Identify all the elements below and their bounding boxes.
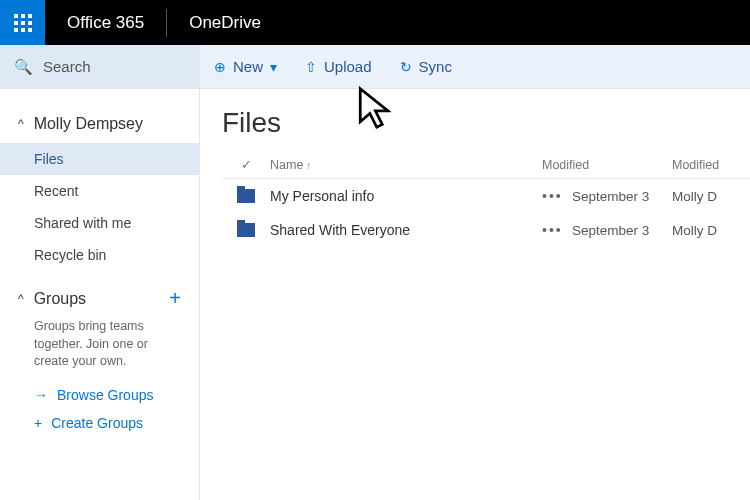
- main-content: Files ✓ Name↑ Modified Modified My Perso…: [200, 89, 750, 500]
- global-header: Office 365 OneDrive: [0, 0, 750, 45]
- new-button[interactable]: ⊕ New ▾: [214, 58, 277, 75]
- new-label: New: [233, 58, 263, 75]
- item-modified: September 3: [572, 223, 672, 238]
- table-row[interactable]: Shared With Everyone ••• September 3 Mol…: [222, 213, 750, 247]
- search-placeholder: Search: [43, 58, 91, 75]
- table-row[interactable]: My Personal info ••• September 3 Molly D: [222, 179, 750, 213]
- item-menu-button[interactable]: •••: [542, 222, 572, 238]
- column-modified[interactable]: Modified: [542, 158, 672, 172]
- folder-icon: [237, 223, 255, 237]
- action-bar: 🔍 Search ⊕ New ▾ ⇧ Upload ↻ Sync: [0, 45, 750, 89]
- column-name[interactable]: Name↑: [270, 158, 542, 172]
- sidebar-item-recent[interactable]: Recent: [0, 175, 199, 207]
- toolbar: ⊕ New ▾ ⇧ Upload ↻ Sync: [200, 45, 750, 88]
- table-header: ✓ Name↑ Modified Modified: [222, 157, 750, 179]
- sidebar-item-shared[interactable]: Shared with me: [0, 207, 199, 239]
- upload-icon: ⇧: [305, 59, 317, 75]
- item-name[interactable]: My Personal info: [270, 188, 542, 204]
- plus-circle-icon: ⊕: [214, 59, 226, 75]
- sidebar-item-files[interactable]: Files: [0, 143, 199, 175]
- chevron-up-icon: ^: [18, 292, 24, 306]
- item-modified-by: Molly D: [672, 223, 750, 238]
- browse-groups-link[interactable]: → Browse Groups: [0, 381, 199, 409]
- sidebar: ^ Molly Dempsey Files Recent Shared with…: [0, 89, 200, 500]
- sync-button[interactable]: ↻ Sync: [400, 58, 452, 75]
- app-launcher-button[interactable]: [0, 0, 45, 45]
- browse-groups-label: Browse Groups: [57, 387, 153, 403]
- user-name: Molly Dempsey: [34, 115, 143, 133]
- sidebar-item-recycle[interactable]: Recycle bin: [0, 239, 199, 271]
- upload-button[interactable]: ⇧ Upload: [305, 58, 372, 75]
- select-all-checkbox[interactable]: ✓: [222, 157, 270, 172]
- groups-section-toggle[interactable]: ^ Groups +: [0, 271, 199, 316]
- chevron-up-icon: ^: [18, 117, 24, 131]
- chevron-down-icon: ▾: [270, 59, 277, 75]
- user-section-toggle[interactable]: ^ Molly Dempsey: [0, 111, 199, 143]
- search-icon: 🔍: [14, 58, 33, 76]
- page-title: Files: [222, 107, 750, 139]
- groups-description: Groups bring teams together. Join one or…: [0, 316, 199, 381]
- arrow-right-icon: →: [34, 387, 48, 403]
- item-modified: September 3: [572, 189, 672, 204]
- sync-icon: ↻: [400, 59, 412, 75]
- create-groups-label: Create Groups: [51, 415, 143, 431]
- waffle-icon: [14, 14, 32, 32]
- create-groups-link[interactable]: + Create Groups: [0, 409, 199, 437]
- plus-icon: +: [34, 415, 42, 431]
- item-menu-button[interactable]: •••: [542, 188, 572, 204]
- item-modified-by: Molly D: [672, 189, 750, 204]
- suite-name[interactable]: Office 365: [45, 13, 166, 33]
- add-group-button[interactable]: +: [169, 287, 181, 310]
- item-name[interactable]: Shared With Everyone: [270, 222, 542, 238]
- upload-label: Upload: [324, 58, 372, 75]
- app-name[interactable]: OneDrive: [167, 13, 283, 33]
- sort-up-icon: ↑: [306, 160, 311, 171]
- sync-label: Sync: [419, 58, 452, 75]
- groups-title: Groups: [34, 290, 86, 308]
- column-modified-by[interactable]: Modified: [672, 158, 750, 172]
- folder-icon: [237, 189, 255, 203]
- search-input[interactable]: 🔍 Search: [0, 45, 200, 88]
